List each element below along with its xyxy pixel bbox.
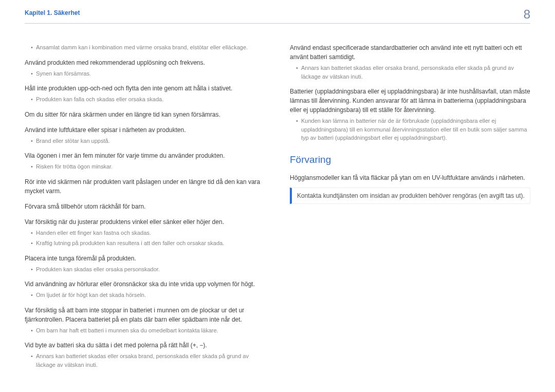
bullet-list: Brand eller stötar kan uppstå. — [31, 137, 265, 145]
list-item: Annars kan batteriet skadas eller orsaka… — [296, 64, 530, 81]
bullet-list: Risken för trötta ögon minskar. — [31, 162, 265, 171]
bullet-list: Annars kan batteriet skadas eller orsaka… — [31, 352, 265, 369]
bullet-list: Synen kan försämras. — [31, 69, 265, 78]
list-item: Kraftig lutning på produkten kan resulte… — [31, 239, 265, 248]
paragraph: Håll inte produkten upp-och-ned och flyt… — [25, 84, 265, 93]
bullet-list: Produkten kan falla och skadas eller ors… — [31, 95, 265, 104]
list-item: Om barn har haft ett batteri i munnen sk… — [31, 326, 265, 335]
list-item: Handen eller ett finger kan fastna och s… — [31, 229, 265, 237]
paragraph: Var försiktig när du justerar produktens… — [25, 217, 265, 227]
content-columns: Ansamlat damm kan i kombination med värm… — [25, 43, 530, 371]
bullet-list: Annars kan batteriet skadas eller orsaka… — [296, 64, 530, 81]
bullet-list: Produkten kan skadas eller orsaka person… — [31, 265, 265, 274]
paragraph: Använd produkten med rekommenderad upplö… — [25, 58, 265, 67]
bullet-list: Ansamlat damm kan i kombination med värm… — [31, 43, 265, 52]
list-item: Kunden kan lämna in batterier när de är … — [296, 117, 530, 142]
list-item: Synen kan försämras. — [31, 69, 265, 78]
page: Kapitel 1. Säkerhet 8 Ansamlat damm kan … — [0, 0, 555, 386]
paragraph: Var försiktig så att barn inte stoppar i… — [25, 306, 265, 324]
chapter-label: Kapitel 1. Säkerhet — [25, 8, 80, 17]
paragraph: Högglansmodeller kan få vita fläckar på … — [290, 173, 530, 182]
bullet-list: Kunden kan lämna in batterier när de är … — [296, 117, 530, 142]
list-item: Produkten kan skadas eller orsaka person… — [31, 265, 265, 274]
list-item: Ansamlat damm kan i kombination med värm… — [31, 43, 265, 52]
paragraph: Batterier (uppladdningsbara eller ej upp… — [290, 87, 530, 115]
info-callout: Kontakta kundtjänsten om insidan av prod… — [290, 188, 530, 204]
bullet-list: Om ljudet är för högt kan det skada hörs… — [31, 291, 265, 300]
paragraph: Förvara små tillbehör utom räckhåll för … — [25, 202, 265, 211]
list-item: Brand eller stötar kan uppstå. — [31, 137, 265, 145]
list-item: Annars kan batteriet skadas eller orsaka… — [31, 352, 265, 369]
list-item: Produkten kan falla och skadas eller ors… — [31, 95, 265, 104]
section-title-storage: Förvaring — [290, 153, 530, 167]
paragraph: Placera inte tunga föremål på produkten. — [25, 254, 265, 263]
bullet-list: Om barn har haft ett batteri i munnen sk… — [31, 326, 265, 335]
page-header: Kapitel 1. Säkerhet 8 — [25, 8, 530, 24]
right-column: Använd endast specificerade standardbatt… — [290, 43, 530, 371]
paragraph: Använd inte luftfuktare eller spisar i n… — [25, 125, 265, 135]
paragraph: Vila ögonen i mer än fem minuter för var… — [25, 151, 265, 160]
list-item: Om ljudet är för högt kan det skada hörs… — [31, 291, 265, 300]
page-number: 8 — [524, 5, 530, 24]
paragraph: Vid användning av hörlurar eller öronsnä… — [25, 279, 265, 289]
left-column: Ansamlat damm kan i kombination med värm… — [25, 43, 265, 371]
bullet-list: Handen eller ett finger kan fastna och s… — [31, 229, 265, 248]
paragraph: Använd endast specificerade standardbatt… — [290, 43, 530, 62]
paragraph: Rör inte vid skärmen när produkten varit… — [25, 177, 265, 196]
paragraph: Om du sitter för nära skärmen under en l… — [25, 110, 265, 119]
list-item: Risken för trötta ögon minskar. — [31, 162, 265, 171]
paragraph: Vid byte av batteri ska du sätta i det m… — [25, 341, 265, 350]
